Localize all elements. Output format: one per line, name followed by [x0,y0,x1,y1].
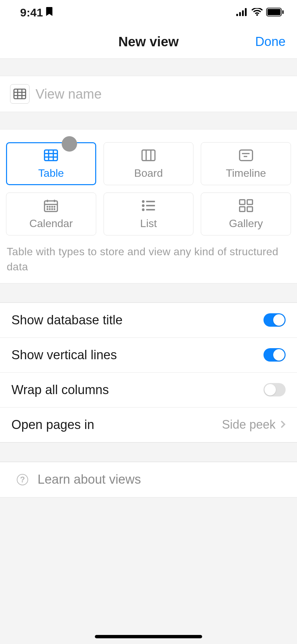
view-type-label: Board [134,167,163,179]
view-type-label: List [140,217,157,230]
battery-icon [266,8,284,18]
view-type-calendar[interactable]: Calendar [6,193,96,235]
svg-point-31 [47,209,48,209]
svg-rect-3 [245,8,247,16]
view-type-board[interactable]: Board [104,142,194,185]
status-bar: 9:41 [0,0,297,25]
toggle-show-db-title[interactable] [263,313,286,327]
wifi-icon [251,8,263,17]
svg-point-33 [52,209,53,209]
svg-rect-41 [239,200,245,204]
table-icon[interactable] [10,84,29,104]
spacer [0,59,297,76]
home-indicator-area [0,629,297,644]
svg-rect-23 [45,201,58,212]
setting-value: Side peek [222,418,276,432]
svg-point-32 [50,209,50,209]
setting-wrap-all-columns[interactable]: Wrap all columns [0,373,297,408]
svg-rect-5 [268,9,281,15]
svg-rect-42 [247,200,252,204]
svg-rect-0 [236,14,238,16]
svg-point-35 [142,201,144,202]
svg-point-30 [54,206,55,207]
setting-show-vertical-lines[interactable]: Show vertical lines [0,338,297,373]
svg-rect-6 [282,10,284,14]
view-type-timeline[interactable]: Timeline [201,142,291,185]
home-indicator[interactable] [95,635,202,638]
svg-rect-17 [142,150,155,161]
setting-label: Open pages in [11,418,94,432]
view-name-row [0,76,297,112]
svg-rect-1 [239,12,241,16]
bookmark-icon [46,6,53,19]
svg-point-37 [142,205,144,206]
modal-header: New view Done [0,25,297,59]
svg-rect-43 [239,207,245,211]
view-type-label: Calendar [29,217,73,230]
view-settings: Show database title Show vertical lines … [0,303,297,442]
spacer [0,112,297,129]
view-type-gallery[interactable]: Gallery [201,193,291,235]
learn-about-views[interactable]: ? Learn about views [0,462,297,497]
svg-point-27 [47,206,48,207]
view-type-table[interactable]: Table [6,142,96,185]
view-type-list[interactable]: List [104,193,194,235]
touch-indicator [62,136,77,152]
status-time: 9:41 [20,6,43,19]
svg-point-28 [50,206,50,207]
view-type-section: Table Board Timeline Calendar List Galle… [0,129,297,283]
spacer [0,283,297,303]
svg-point-34 [54,209,55,209]
view-type-description: Table with types to store and view any k… [6,235,291,277]
view-name-input[interactable] [36,87,287,102]
view-type-label: Gallery [229,217,263,230]
setting-label: Wrap all columns [11,383,109,397]
view-type-label: Table [38,167,64,179]
toggle-wrap-all-columns[interactable] [263,383,286,396]
svg-rect-12 [45,150,58,161]
toggle-show-vertical-lines[interactable] [263,348,286,362]
chevron-right-icon [280,418,286,432]
setting-label: Show vertical lines [11,348,117,362]
svg-point-39 [142,209,144,210]
svg-rect-7 [14,89,26,99]
setting-open-pages-in[interactable]: Open pages in Side peek [0,408,297,442]
svg-rect-20 [239,150,252,161]
view-type-label: Timeline [226,167,266,179]
setting-label: Show database title [11,313,123,327]
learn-label: Learn about views [38,472,141,487]
help-icon: ? [17,474,28,485]
svg-rect-44 [247,207,252,211]
done-button[interactable]: Done [255,35,286,49]
svg-rect-2 [242,10,244,16]
setting-show-db-title[interactable]: Show database title [0,303,297,338]
svg-point-29 [52,206,53,207]
signal-icon [236,8,248,17]
modal-title: New view [118,34,179,49]
spacer [0,442,297,462]
